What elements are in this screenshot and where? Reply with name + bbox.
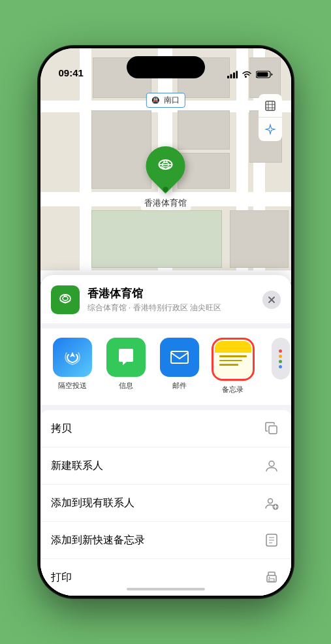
share-more[interactable] xyxy=(264,338,283,394)
notes-icon-bg xyxy=(215,341,251,378)
compass-icon xyxy=(264,123,276,135)
share-message[interactable]: 信息 xyxy=(103,338,149,394)
action-list: 拷贝 新建联系人 xyxy=(40,410,291,596)
action-copy[interactable]: 拷贝 xyxy=(40,410,291,447)
map-entrance-label: 🚇 南口 xyxy=(146,93,185,108)
location-info: 香港体育馆 综合体育馆 · 香港特别行政区 油尖旺区 xyxy=(87,286,255,314)
mail-symbol xyxy=(168,346,191,368)
more-dots-container xyxy=(272,338,290,379)
svg-rect-1 xyxy=(230,74,232,79)
wifi-icon xyxy=(242,71,252,78)
message-label: 信息 xyxy=(119,381,133,391)
svg-rect-34 xyxy=(269,579,274,581)
entrance-label-text: 南口 xyxy=(164,95,180,105)
svg-rect-19 xyxy=(65,295,67,297)
action-copy-label: 拷贝 xyxy=(51,422,262,436)
svg-rect-2 xyxy=(233,72,235,78)
action-add-contact[interactable]: 添加到现有联系人 xyxy=(40,485,291,522)
share-mail[interactable]: 邮件 xyxy=(157,338,202,394)
location-card: 香港体育馆 综合体育馆 · 香港特别行政区 油尖旺区 xyxy=(40,275,291,323)
svg-rect-0 xyxy=(227,76,229,78)
dot-orange xyxy=(279,355,282,358)
svg-point-24 xyxy=(269,461,274,466)
phone-screen: 09:41 xyxy=(40,48,291,596)
svg-rect-8 xyxy=(164,161,165,163)
notes-line-1 xyxy=(219,355,247,357)
stadium-icon xyxy=(156,156,176,176)
new-contact-icon xyxy=(262,457,281,475)
venue-address: 综合体育馆 · 香港特别行政区 油尖旺区 xyxy=(87,302,255,314)
dot-blue xyxy=(279,365,282,368)
venue-icon xyxy=(51,285,80,314)
svg-rect-3 xyxy=(236,71,238,79)
share-row: 隔空投送 信息 xyxy=(40,329,291,405)
close-icon xyxy=(268,296,276,304)
svg-point-35 xyxy=(268,577,270,578)
action-print-label: 打印 xyxy=(51,571,262,585)
copy-icon xyxy=(262,419,281,438)
status-time: 09:41 xyxy=(59,67,84,80)
notes-label: 备忘录 xyxy=(222,385,244,394)
home-indicator xyxy=(127,588,205,590)
location-button[interactable] xyxy=(259,118,282,141)
status-icons xyxy=(227,71,273,80)
notes-line-2 xyxy=(219,360,243,362)
share-airdrop[interactable]: 隔空投送 xyxy=(50,338,95,394)
svg-point-25 xyxy=(268,499,272,504)
battery-icon xyxy=(256,71,273,78)
svg-rect-22 xyxy=(171,351,188,363)
add-contact-icon xyxy=(262,494,281,512)
action-add-notes[interactable]: 添加到新快速备忘录 xyxy=(40,522,291,559)
action-add-notes-label: 添加到新快速备忘录 xyxy=(51,534,262,547)
airdrop-label: 隔空投送 xyxy=(58,381,87,391)
action-new-contact-label: 新建联系人 xyxy=(51,459,262,473)
bottom-sheet: 香港体育馆 综合体育馆 · 香港特别行政区 油尖旺区 xyxy=(40,275,291,596)
message-icon-bg xyxy=(106,338,146,377)
print-icon xyxy=(262,568,281,587)
message-symbol xyxy=(115,346,137,368)
venue-name: 香港体育馆 xyxy=(87,286,255,301)
marker-pin xyxy=(138,138,193,194)
close-button[interactable] xyxy=(262,291,281,309)
map-view-toggle[interactable] xyxy=(259,94,282,118)
svg-rect-18 xyxy=(64,295,65,297)
action-add-contact-label: 添加到现有联系人 xyxy=(51,496,262,510)
marker-label: 香港体育馆 xyxy=(140,196,191,210)
dot-red xyxy=(279,349,282,353)
mail-icon-bg xyxy=(160,338,199,377)
map-layers-icon xyxy=(264,99,277,112)
marker-dot xyxy=(163,187,168,192)
airdrop-symbol xyxy=(62,347,83,368)
stadium-venue-icon xyxy=(57,291,74,308)
notes-line-3 xyxy=(219,364,238,366)
mail-label: 邮件 xyxy=(172,381,187,391)
dynamic-island xyxy=(127,56,205,78)
signal-icon xyxy=(227,71,238,78)
airdrop-icon xyxy=(53,338,92,377)
dot-green xyxy=(279,360,282,363)
share-notes[interactable]: 备忘录 xyxy=(210,338,256,394)
svg-rect-23 xyxy=(269,426,277,434)
map-marker: 香港体育馆 xyxy=(140,146,191,210)
svg-point-17 xyxy=(63,297,68,300)
add-notes-icon xyxy=(262,531,281,549)
svg-rect-9 xyxy=(166,161,168,163)
phone-frame: 09:41 xyxy=(39,46,293,598)
map-controls xyxy=(259,94,282,141)
action-new-contact[interactable]: 新建联系人 xyxy=(40,447,291,485)
svg-rect-5 xyxy=(257,72,268,77)
svg-rect-11 xyxy=(266,101,275,110)
